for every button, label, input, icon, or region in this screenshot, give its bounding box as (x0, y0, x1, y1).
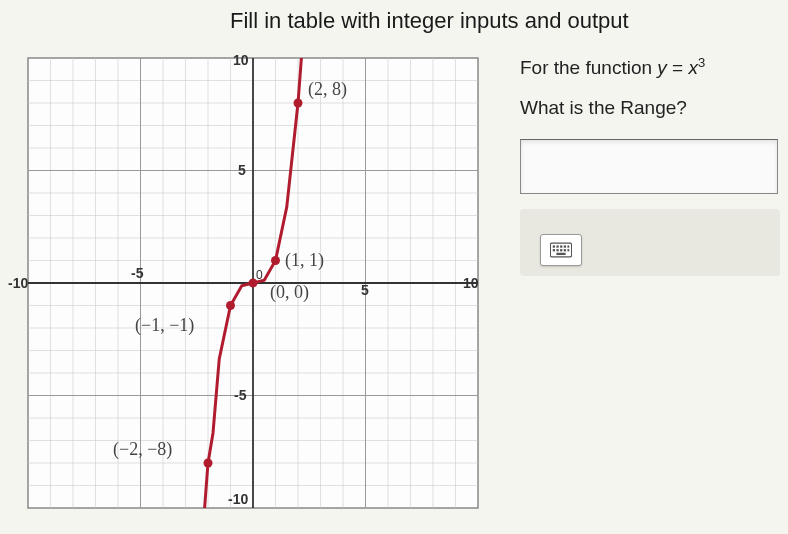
label-1-1: (1, 1) (285, 250, 324, 271)
x-tick-0: 0 (256, 268, 263, 282)
x-tick-neg10: -10 (8, 275, 28, 291)
y-tick-5: 5 (238, 162, 246, 178)
svg-rect-40 (556, 246, 558, 248)
func-eq: = (667, 57, 689, 78)
svg-rect-42 (564, 246, 566, 248)
svg-rect-46 (560, 249, 562, 251)
svg-rect-43 (567, 246, 569, 248)
label-neg1-neg1: (−1, −1) (135, 315, 194, 336)
answer-input[interactable] (520, 139, 778, 194)
svg-rect-48 (567, 249, 569, 251)
svg-rect-47 (564, 249, 566, 251)
func-y: y (657, 57, 667, 78)
range-question: What is the Range? (520, 97, 780, 119)
y-tick-neg10: -10 (228, 491, 248, 507)
y-tick-10: 10 (233, 52, 249, 68)
svg-rect-44 (553, 249, 555, 251)
svg-rect-39 (553, 246, 555, 248)
label-neg2-neg8: (−2, −8) (113, 439, 172, 460)
point-neg1-neg1 (226, 301, 235, 310)
func-x: x (688, 57, 698, 78)
x-tick-10: 10 (463, 275, 479, 291)
right-panel: For the function y = x3 What is the Rang… (520, 55, 780, 276)
keyboard-button[interactable] (540, 234, 582, 266)
input-toolbar (520, 209, 780, 276)
cubic-graph: (2, 8) (1, 1) (0, 0) (−1, −1) (−2, −8) -… (8, 48, 498, 526)
function-definition: For the function y = x3 (520, 55, 780, 79)
svg-rect-45 (556, 249, 558, 251)
x-tick-neg5: -5 (131, 265, 144, 281)
point-1-1 (271, 256, 280, 265)
point-2-8 (294, 99, 303, 108)
svg-rect-41 (560, 246, 562, 248)
func-prefix: For the function (520, 57, 657, 78)
keyboard-icon (550, 242, 572, 258)
func-exponent: 3 (698, 55, 705, 70)
svg-rect-49 (556, 253, 565, 255)
label-0-0: (0, 0) (270, 282, 309, 303)
y-tick-neg5: -5 (234, 387, 247, 403)
label-2-8: (2, 8) (308, 79, 347, 100)
graph-container: (2, 8) (1, 1) (0, 0) (−1, −1) (−2, −8) -… (8, 48, 498, 526)
point-neg2-neg8 (204, 459, 213, 468)
page-title: Fill in table with integer inputs and ou… (230, 8, 629, 34)
x-tick-5: 5 (361, 282, 369, 298)
